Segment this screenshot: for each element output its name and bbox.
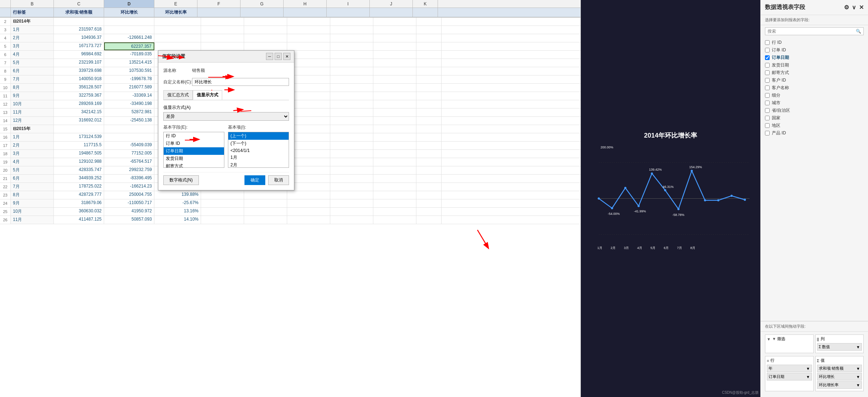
cell-sales[interactable]: 428729.777 — [54, 191, 104, 199]
value-rate-dropdown-icon[interactable]: ▼ — [856, 383, 860, 387]
value-zone-item-sales[interactable]: 求和项:销售额 ▼ — [817, 365, 862, 372]
cell-rate[interactable]: 13.16% — [154, 208, 201, 216]
cell-growth[interactable]: -25450.138 — [104, 117, 154, 125]
field-checkbox-customer_id[interactable] — [765, 78, 770, 83]
cell-sales[interactable]: 104936.37 — [54, 34, 104, 42]
base-item-item-4[interactable]: 2月 — [228, 161, 289, 168]
field-checkbox-order_date[interactable] — [765, 55, 770, 60]
cell-sales[interactable]: 356128.507 — [54, 84, 104, 92]
field-item-customer_id[interactable]: 客户 ID — [765, 77, 864, 83]
base-item-item-3[interactable]: 1月 — [228, 154, 289, 161]
cell-rate[interactable] — [154, 34, 201, 42]
base-field-item-0[interactable]: 行 ID — [164, 132, 224, 140]
field-item-order_id[interactable]: 订单 ID — [765, 47, 864, 53]
cell-growth[interactable] — [104, 133, 154, 141]
value-zone-item-rate[interactable]: 环比增长率 ▼ — [817, 381, 862, 389]
field-item-state[interactable]: 省/自治区 — [765, 107, 864, 114]
field-item-customer_name[interactable]: 客户名称 — [765, 85, 864, 91]
field-item-ship_date[interactable]: 发货日期 — [765, 62, 864, 68]
cell-rate[interactable]: 139.88% — [154, 191, 201, 199]
field-item-city[interactable]: 城市 — [765, 100, 864, 106]
field-checkbox-product_id[interactable] — [765, 131, 770, 135]
cell-growth[interactable]: -166214.23 — [104, 183, 154, 191]
cell-rate[interactable] — [154, 26, 201, 34]
cell-growth[interactable]: 41950.972 — [104, 208, 154, 216]
field-checkbox-city[interactable] — [765, 101, 770, 105]
row-year-dropdown-icon[interactable]: ▼ — [806, 366, 810, 371]
field-checkbox-state[interactable] — [765, 108, 770, 113]
base-field-item-2[interactable]: 订单日期 — [164, 147, 224, 155]
value-zone-item-growth[interactable]: 环比增长 ▼ — [817, 373, 862, 380]
panel-collapse-icon[interactable]: ∨ — [852, 4, 856, 11]
col-h-header[interactable]: H — [284, 0, 327, 8]
table-row[interactable]: 5 3月 167173.727 62237.357 — [0, 42, 580, 51]
cell-sales[interactable]: 411487.125 — [54, 216, 104, 224]
cell-sales[interactable]: 96984.692 — [54, 51, 104, 59]
cell-sales[interactable]: 289269.169 — [54, 100, 104, 108]
field-checkbox-ship_mode[interactable] — [765, 70, 770, 75]
field-item-row_id[interactable]: 行 ID — [765, 40, 864, 46]
cell-growth[interactable]: -126661.248 — [104, 34, 154, 42]
cell-growth[interactable] — [104, 26, 154, 34]
cell-growth[interactable]: 107530.591 — [104, 67, 154, 75]
col-d-header[interactable]: D — [104, 0, 154, 8]
filter-zone[interactable]: ▼ ▼ 筛选 — [765, 334, 814, 353]
base-field-item-4[interactable]: 邮寄方式 — [164, 162, 224, 168]
panel-settings-icon[interactable]: ⚙ — [844, 4, 849, 11]
cell-growth[interactable]: -110050.717 — [104, 199, 154, 207]
base-item-list[interactable]: (上一个)(下一个)<2014/1/11月2月3月 — [228, 132, 289, 168]
cell-sales[interactable]: 129102.988 — [54, 158, 104, 166]
cell-sales[interactable]: 339729.698 — [54, 67, 104, 75]
field-checkbox-row_id[interactable] — [765, 40, 770, 45]
cell-sales[interactable]: 360630.032 — [54, 208, 104, 216]
custom-name-input[interactable] — [192, 78, 289, 86]
table-row[interactable]: 3 1月 231597.618 — [0, 26, 580, 34]
cell-growth[interactable]: 135214.415 — [104, 59, 154, 67]
table-row[interactable]: 2 ⊟2014年 — [0, 18, 580, 26]
col-b-header[interactable]: B — [11, 0, 54, 8]
cell-sales[interactable] — [54, 125, 104, 133]
cell-growth[interactable]: 52872.981 — [104, 109, 154, 116]
col-item-dropdown-icon[interactable]: ▼ — [856, 345, 860, 349]
cell-sales[interactable]: 167173.727 — [54, 42, 104, 50]
cell-rate[interactable] — [154, 18, 201, 26]
row-date-dropdown-icon[interactable]: ▼ — [806, 375, 810, 379]
cell-rate[interactable]: 14.10% — [154, 216, 201, 224]
field-checkbox-ship_date[interactable] — [765, 63, 770, 68]
cell-sales[interactable]: 342142.15 — [54, 109, 104, 116]
col-j-header[interactable]: J — [370, 0, 413, 8]
cell-growth[interactable]: -83396.495 — [104, 175, 154, 183]
cell-sales[interactable]: 173124.539 — [54, 133, 104, 141]
cell-growth[interactable] — [104, 125, 154, 133]
tab-display[interactable]: 值显示方式 — [193, 90, 222, 100]
field-checkbox-customer_name[interactable] — [765, 86, 770, 90]
search-box[interactable]: 🔍 — [765, 27, 864, 35]
display-mode-select[interactable]: 差异 — [163, 112, 289, 121]
base-item-item-1[interactable]: (下一个) — [228, 140, 289, 147]
cell-growth[interactable]: -70189.035 — [104, 51, 154, 59]
field-item-product_id[interactable]: 产品 ID — [765, 130, 864, 136]
col-e-header[interactable]: E — [154, 0, 197, 8]
field-item-country[interactable]: 国家 — [765, 115, 864, 121]
base-item-item-0[interactable]: (上一个) — [228, 132, 289, 140]
panel-close-icon[interactable]: ✕ — [859, 4, 864, 11]
cell-sales[interactable]: 322759.367 — [54, 92, 104, 100]
row-zone-item-date[interactable]: 订单日期 ▼ — [767, 373, 812, 380]
value-growth-dropdown-icon[interactable]: ▼ — [856, 375, 860, 379]
cell-growth[interactable]: -33369.14 — [104, 92, 154, 100]
dialog-maximize-btn[interactable]: □ — [275, 53, 282, 60]
col-zone[interactable]: || 列 Σ 数值 ▼ — [815, 334, 864, 353]
base-item-item-2[interactable]: <2014/1/1 — [228, 147, 289, 154]
search-input[interactable] — [765, 28, 854, 35]
dialog-close-btn[interactable]: ✕ — [283, 53, 290, 60]
table-row[interactable]: 25 10月 360630.032 41950.972 13.16% — [0, 208, 580, 216]
cell-sales[interactable]: 117715.5 — [54, 142, 104, 149]
cell-sales[interactable]: 178725.022 — [54, 183, 104, 191]
cell-growth[interactable] — [104, 18, 154, 26]
col-f-header[interactable]: F — [197, 0, 241, 8]
col-zone-item-sigma[interactable]: Σ 数值 ▼ — [817, 343, 862, 351]
dialog-minimize-btn[interactable]: ─ — [266, 53, 273, 60]
value-zone[interactable]: Σ 值 求和项:销售额 ▼ 环比增长 ▼ 环比增长率 ▼ — [815, 356, 864, 391]
cell-growth[interactable]: 50857.093 — [104, 216, 154, 224]
cell-sales[interactable]: 140050.918 — [54, 75, 104, 83]
